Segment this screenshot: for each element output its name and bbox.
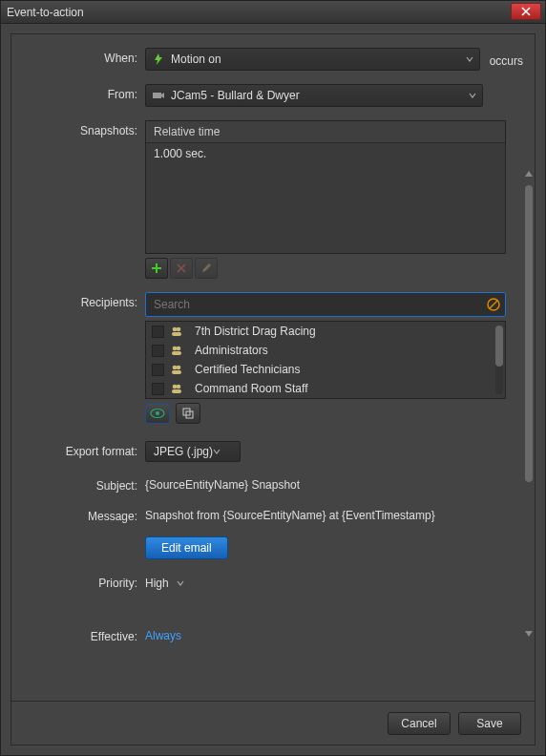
- recipient-item[interactable]: Certified Technicians: [146, 360, 505, 379]
- recipients-search-input[interactable]: [145, 292, 506, 317]
- recipient-checkbox[interactable]: [152, 364, 164, 376]
- form-scrollbar[interactable]: [525, 178, 533, 630]
- chevron-down-icon: [177, 577, 184, 590]
- svg-rect-4: [172, 332, 181, 336]
- snapshots-label: Snapshots:: [11, 120, 145, 137]
- delete-icon: [176, 262, 187, 274]
- group-icon: [170, 344, 183, 357]
- dialog-title: Event-to-action: [7, 6, 84, 19]
- svg-rect-0: [153, 93, 161, 98]
- snapshots-col-relative-time: Relative time: [146, 121, 505, 142]
- message-value: Snapshot from {SourceEntityName} at {Eve…: [145, 506, 435, 522]
- when-value: Motion on: [171, 52, 221, 66]
- priority-label: Priority:: [11, 573, 145, 590]
- clear-search-button[interactable]: [486, 297, 501, 312]
- recipient-name: 7th District Drag Racing: [195, 325, 316, 338]
- message-label: Message:: [11, 506, 145, 523]
- svg-rect-13: [172, 389, 181, 393]
- svg-point-11: [173, 385, 178, 389]
- cancel-button[interactable]: Cancel: [388, 712, 451, 735]
- eye-icon: [150, 408, 165, 419]
- svg-point-15: [156, 411, 159, 415]
- delete-snapshot-button[interactable]: [170, 258, 193, 279]
- subject-value: {SourceEntityName} Snapshot: [145, 475, 300, 492]
- dialog-footer: Cancel Save: [11, 701, 535, 745]
- camera-icon: [152, 89, 165, 102]
- when-suffix: occurs: [486, 51, 523, 68]
- when-label: When:: [11, 48, 145, 65]
- close-button[interactable]: [511, 3, 541, 20]
- snapshots-row[interactable]: 1.000 sec.: [146, 143, 505, 253]
- scroll-up-icon: [524, 170, 534, 178]
- edit-snapshot-button[interactable]: [195, 258, 218, 279]
- export-format-value: JPEG (.jpg): [154, 445, 213, 458]
- group-icon: [170, 382, 183, 395]
- main-panel: When: Motion on occurs From:: [10, 33, 536, 746]
- snapshots-header: Relative time: [146, 121, 505, 143]
- group-icon: [170, 363, 183, 376]
- copy-icon: [181, 407, 195, 420]
- from-value: JCam5 - Bullard & Dwyer: [171, 89, 300, 102]
- edit-email-button[interactable]: Edit email: [145, 536, 228, 559]
- svg-rect-7: [172, 351, 181, 355]
- recipient-name: Administrators: [195, 344, 268, 357]
- motion-icon: [152, 52, 165, 66]
- chevron-down-icon: [469, 89, 476, 102]
- recipient-name: Certified Technicians: [195, 363, 301, 376]
- event-to-action-dialog: Event-to-action When: Motion on occurs: [0, 0, 546, 756]
- snapshots-toolbar: [145, 258, 523, 279]
- svg-point-6: [177, 346, 181, 351]
- copy-recipients-button[interactable]: [176, 403, 200, 424]
- subject-label: Subject:: [11, 475, 145, 493]
- effective-label: Effective:: [11, 626, 145, 643]
- save-button[interactable]: Save: [458, 712, 521, 735]
- svg-rect-10: [172, 370, 181, 374]
- from-combo[interactable]: JCam5 - Bullard & Dwyer: [145, 84, 483, 107]
- pencil-icon: [200, 262, 212, 274]
- priority-value: High: [145, 577, 169, 590]
- svg-point-8: [173, 366, 178, 370]
- clear-icon: [487, 298, 500, 311]
- snapshots-table[interactable]: Relative time 1.000 sec.: [145, 120, 506, 254]
- recipient-name: Command Room Staff: [195, 382, 308, 395]
- export-format-combo[interactable]: JPEG (.jpg): [145, 441, 241, 462]
- chevron-down-icon: [466, 52, 473, 66]
- priority-combo[interactable]: High: [145, 573, 203, 594]
- recipients-label: Recipients:: [11, 292, 145, 309]
- scroll-down-icon: [524, 630, 534, 638]
- svg-point-2: [173, 327, 178, 332]
- svg-point-12: [177, 385, 181, 389]
- chevron-down-icon: [213, 445, 220, 458]
- when-combo[interactable]: Motion on: [145, 48, 480, 71]
- recipient-item[interactable]: Command Room Staff: [146, 379, 505, 398]
- svg-point-3: [177, 327, 181, 332]
- view-recipient-button[interactable]: [145, 403, 170, 424]
- recipient-item[interactable]: 7th District Drag Racing: [146, 322, 505, 341]
- snapshot-time-value: 1.000 sec.: [154, 147, 206, 160]
- recipient-checkbox[interactable]: [152, 326, 164, 338]
- recipient-checkbox[interactable]: [152, 383, 164, 395]
- export-format-label: Export format:: [11, 441, 145, 458]
- plus-icon: [151, 262, 162, 274]
- form-area: When: Motion on occurs From:: [11, 34, 535, 701]
- from-label: From:: [11, 84, 145, 101]
- titlebar: Event-to-action: [1, 1, 545, 24]
- effective-link[interactable]: Always: [145, 626, 181, 642]
- svg-point-9: [177, 366, 181, 370]
- close-icon: [521, 7, 531, 16]
- recipients-scrollbar[interactable]: [495, 326, 503, 394]
- add-snapshot-button[interactable]: [145, 258, 168, 279]
- svg-point-5: [173, 346, 178, 351]
- recipient-checkbox[interactable]: [152, 345, 164, 357]
- recipient-item[interactable]: Administrators: [146, 341, 505, 360]
- group-icon: [170, 325, 183, 338]
- recipients-list[interactable]: 7th District Drag Racing Administrators …: [145, 321, 506, 399]
